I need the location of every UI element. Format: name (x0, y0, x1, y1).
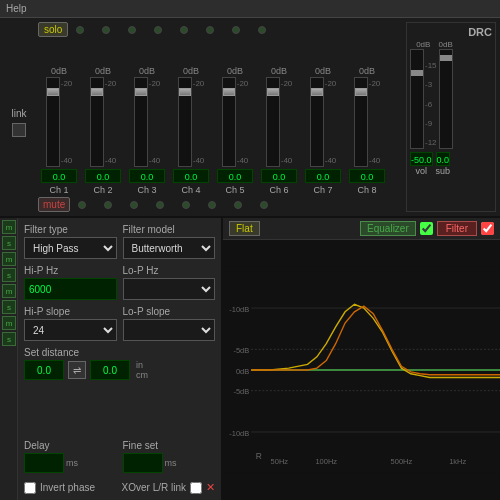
top-section: link solo 0dB (0, 18, 500, 218)
ch-db-label-1: 0dB (51, 66, 67, 76)
side-btn-8[interactable]: s (2, 332, 16, 346)
delay-input[interactable] (24, 453, 64, 473)
xover-close-icon[interactable]: ✕ (206, 481, 215, 494)
lop-slope-select[interactable] (123, 319, 216, 341)
flat-button[interactable]: Flat (229, 221, 260, 236)
fader-track-7[interactable] (310, 77, 324, 167)
hip-slope-select[interactable]: 24 12 6 (24, 319, 117, 341)
fader-handle-8[interactable] (355, 88, 367, 96)
ch-label-8: Ch 8 (357, 185, 376, 195)
fine-group: Fine set ms (123, 440, 216, 473)
mute-button[interactable]: mute (38, 197, 70, 212)
unit-in-label: in (136, 360, 148, 370)
side-btn-5[interactable]: m (2, 284, 16, 298)
filter-tab[interactable]: Filter (437, 221, 477, 236)
side-btn-6[interactable]: s (2, 300, 16, 314)
ch-label-4: Ch 4 (181, 185, 200, 195)
drc-sub-value[interactable]: 0.0 (436, 152, 451, 166)
drc-vol-slider[interactable] (411, 70, 423, 76)
link-label: link (11, 108, 26, 119)
xover-checkbox[interactable] (190, 482, 202, 494)
fader-track-3[interactable] (134, 77, 148, 167)
drc-sub-container: 0.0 sub (436, 152, 451, 176)
fader-handle-3[interactable] (135, 88, 147, 96)
distance-cm-input[interactable] (90, 360, 130, 380)
drc-vol-fader[interactable] (410, 49, 424, 149)
ch-value-8[interactable]: 0.0 (349, 169, 385, 183)
mute-led-4[interactable] (156, 201, 164, 209)
solo-led-5[interactable] (180, 26, 188, 34)
drc-sub-slider[interactable] (440, 55, 452, 61)
ch-value-4[interactable]: 0.0 (173, 169, 209, 183)
svg-text:R: R (256, 451, 262, 461)
fader-handle-1[interactable] (47, 88, 59, 96)
fader-track-1[interactable] (46, 77, 60, 167)
solo-led-3[interactable] (128, 26, 136, 34)
eq-panel: Flat Equalizer Filter - (223, 218, 500, 500)
side-btn-2[interactable]: s (2, 236, 16, 250)
channel-3: 0dB -20 -40 0.0 Ch 3 (126, 66, 168, 195)
lop-hz-group: Lo-P Hz (123, 265, 216, 300)
drc-sub-fader[interactable] (439, 49, 453, 149)
side-btn-7[interactable]: m (2, 316, 16, 330)
fader-track-4[interactable] (178, 77, 192, 167)
ch-value-2[interactable]: 0.0 (85, 169, 121, 183)
solo-button[interactable]: solo (38, 22, 68, 37)
mute-led-6[interactable] (208, 201, 216, 209)
solo-led-8[interactable] (258, 26, 266, 34)
solo-led-1[interactable] (76, 26, 84, 34)
fine-label: Fine set (123, 440, 216, 451)
fader-handle-2[interactable] (91, 88, 103, 96)
fine-unit: ms (165, 458, 177, 468)
fine-input[interactable] (123, 453, 163, 473)
fader-track-5[interactable] (222, 77, 236, 167)
mute-led-7[interactable] (234, 201, 242, 209)
mute-led-5[interactable] (182, 201, 190, 209)
fader-track-2[interactable] (90, 77, 104, 167)
solo-led-7[interactable] (232, 26, 240, 34)
filter-model-select[interactable]: Butterworth Linkwitz-Riley Bessel (123, 237, 216, 259)
hip-hz-group: Hi-P Hz (24, 265, 117, 300)
ch-value-1[interactable]: 0.0 (41, 169, 77, 183)
svg-text:50Hz: 50Hz (271, 457, 289, 466)
swap-button[interactable]: ⇌ (68, 361, 86, 379)
side-buttons: m s m s m s m s (0, 218, 18, 500)
drc-sub-db: 0dB (439, 40, 453, 49)
lop-hz-select[interactable] (123, 278, 216, 300)
side-btn-1[interactable]: m (2, 220, 16, 234)
filter-panel: Filter type High Pass Low Pass Band Pass… (18, 218, 223, 500)
mute-led-2[interactable] (104, 201, 112, 209)
fader-handle-7[interactable] (311, 88, 323, 96)
mute-led-1[interactable] (78, 201, 86, 209)
eq-checkbox[interactable] (420, 222, 433, 235)
distance-row: ⇌ in cm (24, 360, 215, 380)
equalizer-tab[interactable]: Equalizer (360, 221, 416, 236)
distance-in-input[interactable] (24, 360, 64, 380)
mute-led-8[interactable] (260, 201, 268, 209)
solo-led-6[interactable] (206, 26, 214, 34)
ch-value-7[interactable]: 0.0 (305, 169, 341, 183)
invert-phase-checkbox[interactable] (24, 482, 36, 494)
hip-hz-input[interactable] (24, 278, 117, 300)
fader-handle-5[interactable] (223, 88, 235, 96)
ch-value-6[interactable]: 0.0 (261, 169, 297, 183)
ch-value-5[interactable]: 0.0 (217, 169, 253, 183)
ch-db-label-6: 0dB (271, 66, 287, 76)
svg-text:-5dB: -5dB (233, 387, 249, 396)
side-btn-4[interactable]: s (2, 268, 16, 282)
fader-handle-6[interactable] (267, 88, 279, 96)
ch-value-3[interactable]: 0.0 (129, 169, 165, 183)
link-checkbox[interactable] (12, 123, 26, 137)
solo-led-2[interactable] (102, 26, 110, 34)
mute-led-3[interactable] (130, 201, 138, 209)
filter-checkbox[interactable] (481, 222, 494, 235)
ch-label-2: Ch 2 (93, 185, 112, 195)
fader-track-6[interactable] (266, 77, 280, 167)
fader-track-8[interactable] (354, 77, 368, 167)
filter-type-select[interactable]: High Pass Low Pass Band Pass Notch (24, 237, 117, 259)
solo-led-4[interactable] (154, 26, 162, 34)
side-btn-3[interactable]: m (2, 252, 16, 266)
drc-vol-value[interactable]: -50.0 (410, 152, 433, 166)
ch-label-1: Ch 1 (49, 185, 68, 195)
fader-handle-4[interactable] (179, 88, 191, 96)
